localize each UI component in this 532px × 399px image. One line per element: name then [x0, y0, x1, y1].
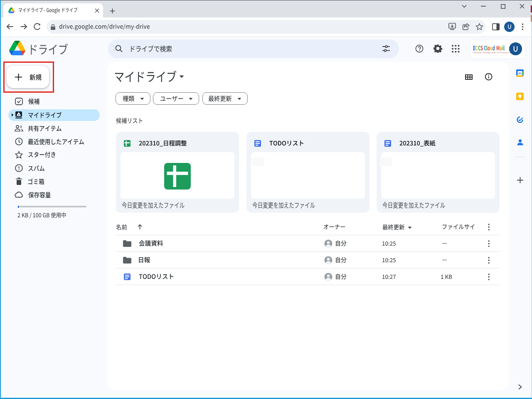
- svg-text:31: 31: [518, 71, 522, 75]
